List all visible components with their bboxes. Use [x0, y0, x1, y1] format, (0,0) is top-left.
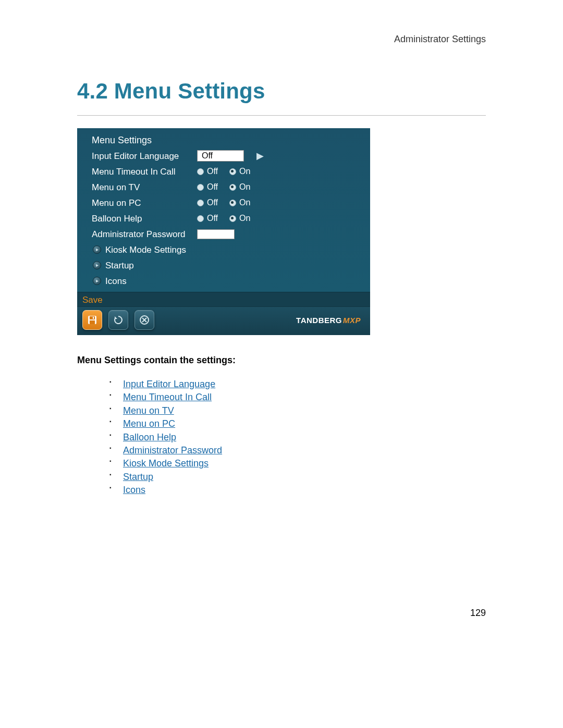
radio-icon — [229, 168, 236, 175]
row-menu-timeout-in-call: Menu Timeout In Call Off On — [77, 164, 370, 179]
radio-icon — [197, 200, 204, 206]
subitem-kiosk-mode[interactable]: ▸ Kiosk Mode Settings — [77, 242, 370, 257]
link-balloon-help[interactable]: Balloon Help — [123, 432, 176, 442]
section-title: 4.2 Menu Settings — [77, 79, 486, 104]
link-menu-timeout-in-call[interactable]: Menu Timeout In Call — [123, 392, 212, 402]
settings-panel: Menu Settings Input Editor Language Off … — [77, 128, 370, 292]
list-item: Input Editor Language — [109, 378, 486, 390]
save-label: Save — [77, 292, 370, 306]
label-admin-password: Administrator Password — [92, 230, 197, 239]
subitem-startup[interactable]: ▸ Startup — [77, 257, 370, 273]
radio-icon — [197, 168, 204, 175]
header-section-label: Administrator Settings — [77, 34, 486, 45]
close-icon — [139, 315, 150, 325]
radio-icon — [197, 215, 204, 222]
link-menu-on-pc[interactable]: Menu on PC — [123, 418, 175, 429]
subitem-icons[interactable]: ▸ Icons — [77, 273, 370, 289]
brand-logo: TANDBERGMXP — [296, 316, 361, 324]
refresh-button[interactable] — [108, 310, 128, 330]
footer-buttons — [82, 310, 154, 330]
dropdown-value[interactable]: Off — [197, 150, 244, 162]
label-menu-on-pc: Menu on PC — [92, 199, 197, 207]
row-menu-on-tv: Menu on TV Off On — [77, 179, 370, 195]
link-startup[interactable]: Startup — [123, 472, 153, 482]
subitem-label: Icons — [105, 277, 127, 286]
radio-menu-on-tv-on[interactable]: On — [229, 183, 250, 191]
list-item: Startup — [109, 471, 486, 483]
label-menu-timeout: Menu Timeout In Call — [92, 167, 197, 176]
radio-balloon-help-on[interactable]: On — [229, 214, 250, 223]
save-button[interactable] — [82, 310, 102, 330]
link-administrator-password[interactable]: Administrator Password — [123, 445, 222, 455]
label-input-editor-language: Input Editor Language — [92, 152, 197, 161]
subsection-title: Menu Settings contain the settings: — [77, 355, 486, 366]
link-input-editor-language[interactable]: Input Editor Language — [123, 379, 215, 389]
link-kiosk-mode-settings[interactable]: Kiosk Mode Settings — [123, 458, 209, 468]
radio-menu-timeout-off[interactable]: Off — [197, 167, 218, 176]
nav-bullet-icon: ▸ — [93, 245, 101, 254]
link-icons[interactable]: Icons — [123, 485, 145, 495]
radio-menu-timeout-on[interactable]: On — [229, 167, 250, 176]
svg-rect-3 — [93, 317, 94, 319]
radio-menu-on-pc-off[interactable]: Off — [197, 199, 218, 207]
chevron-right-icon[interactable]: ▶ — [256, 151, 264, 161]
subitem-label: Kiosk Mode Settings — [105, 245, 186, 254]
link-menu-on-tv[interactable]: Menu on TV — [123, 405, 174, 416]
nav-bullet-icon: ▸ — [93, 261, 101, 269]
password-input[interactable] — [197, 229, 235, 239]
logo-suffix: MXP — [343, 316, 361, 325]
row-balloon-help: Balloon Help Off On — [77, 211, 370, 226]
radio-menu-on-tv-off[interactable]: Off — [197, 183, 218, 191]
floppy-disk-icon — [87, 315, 97, 325]
radio-icon — [229, 184, 236, 191]
menu-settings-screenshot: Menu Settings Input Editor Language Off … — [77, 128, 370, 335]
dropdown-input-editor-language[interactable]: Off ▶ — [197, 150, 264, 162]
subitem-label: Startup — [105, 261, 134, 270]
page-number: 129 — [470, 608, 486, 619]
list-item: Menu Timeout In Call — [109, 391, 486, 403]
close-button[interactable] — [134, 310, 154, 330]
svg-rect-1 — [90, 316, 95, 319]
row-menu-on-pc: Menu on PC Off On — [77, 195, 370, 211]
list-item: Administrator Password — [109, 445, 486, 456]
panel-footer: TANDBERGMXP — [77, 306, 370, 335]
label-balloon-help: Balloon Help — [92, 214, 197, 223]
logo-text: TANDBERG — [296, 316, 342, 325]
panel-title: Menu Settings — [77, 132, 370, 148]
list-item: Icons — [109, 484, 486, 496]
radio-icon — [229, 215, 236, 222]
list-item: Balloon Help — [109, 431, 486, 443]
list-item: Kiosk Mode Settings — [109, 458, 486, 470]
list-item: Menu on TV — [109, 405, 486, 417]
settings-link-list: Input Editor Language Menu Timeout In Ca… — [77, 378, 486, 497]
page: Administrator Settings 4.2 Menu Settings… — [0, 0, 563, 728]
radio-icon — [197, 184, 204, 191]
refresh-icon — [113, 315, 124, 325]
label-menu-on-tv: Menu on TV — [92, 183, 197, 192]
radio-icon — [229, 200, 236, 206]
list-item: Menu on PC — [109, 418, 486, 430]
svg-rect-2 — [90, 320, 95, 324]
radio-balloon-help-off[interactable]: Off — [197, 214, 218, 223]
radio-menu-on-pc-on[interactable]: On — [229, 199, 250, 207]
divider — [77, 115, 486, 116]
nav-bullet-icon: ▸ — [93, 277, 101, 285]
row-input-editor-language: Input Editor Language Off ▶ — [77, 148, 370, 164]
row-admin-password: Administrator Password — [77, 226, 370, 242]
